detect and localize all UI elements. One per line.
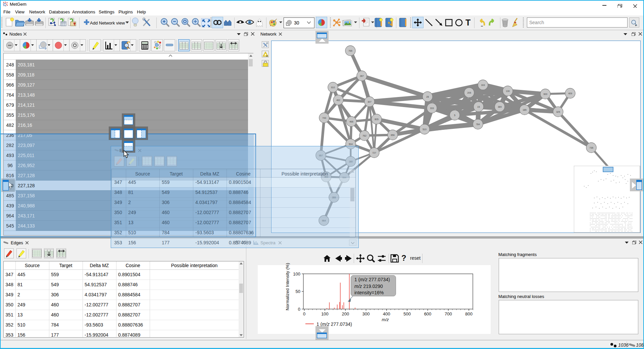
svg-text:300: 300 bbox=[362, 311, 370, 316]
svg-text:m/z: m/z bbox=[382, 317, 389, 322]
svg-text:0: 0 bbox=[298, 307, 300, 312]
svg-text:307: 307 bbox=[367, 101, 371, 103]
svg-text:185: 185 bbox=[523, 109, 527, 111]
svg-text:600: 600 bbox=[424, 311, 432, 316]
svg-text:163: 163 bbox=[481, 84, 485, 86]
svg-text:700: 700 bbox=[445, 311, 452, 316]
svg-text:5: 5 bbox=[454, 114, 455, 116]
svg-text:500: 500 bbox=[403, 311, 411, 316]
svg-text:510: 510 bbox=[423, 128, 427, 131]
svg-text:735: 735 bbox=[589, 147, 593, 149]
svg-text:800: 800 bbox=[465, 311, 473, 316]
svg-text:200: 200 bbox=[342, 311, 349, 316]
svg-text:100: 100 bbox=[321, 311, 329, 316]
svg-text:462: 462 bbox=[336, 99, 340, 101]
svg-text:28: 28 bbox=[426, 96, 429, 98]
svg-text:466: 466 bbox=[349, 120, 353, 123]
svg-text:900: 900 bbox=[543, 93, 547, 95]
svg-text:784: 784 bbox=[476, 123, 480, 126]
svg-text:389: 389 bbox=[498, 106, 502, 108]
svg-text:400: 400 bbox=[383, 311, 390, 316]
svg-text:130: 130 bbox=[506, 90, 510, 92]
svg-text:765: 765 bbox=[348, 50, 352, 52]
svg-text:762: 762 bbox=[362, 135, 366, 137]
svg-text:205: 205 bbox=[467, 92, 471, 94]
svg-text:333: 333 bbox=[430, 107, 434, 109]
svg-text:287: 287 bbox=[360, 75, 364, 77]
svg-text:0: 0 bbox=[303, 311, 305, 316]
svg-text:409: 409 bbox=[568, 92, 572, 95]
svg-text:504: 504 bbox=[349, 143, 353, 145]
svg-text:325: 325 bbox=[556, 111, 560, 113]
svg-text:100: 100 bbox=[293, 271, 300, 277]
svg-text:910: 910 bbox=[331, 86, 335, 89]
svg-text:656: 656 bbox=[391, 134, 395, 136]
svg-text:743: 743 bbox=[322, 117, 326, 119]
svg-text:727: 727 bbox=[372, 152, 376, 154]
svg-text:805: 805 bbox=[375, 118, 379, 120]
svg-text:15: 15 bbox=[477, 106, 480, 108]
svg-text:50: 50 bbox=[296, 289, 300, 294]
